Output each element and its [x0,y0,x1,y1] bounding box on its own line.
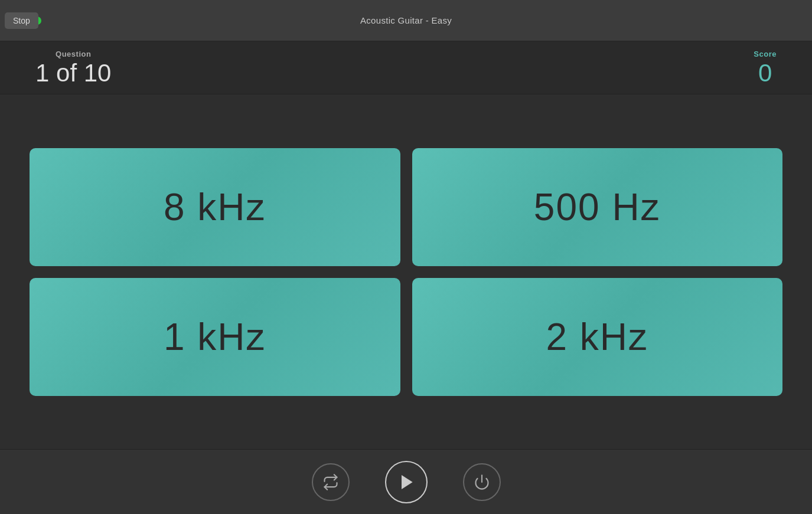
question-label: Question [56,50,91,58]
answer-text-4: 2 kHz [546,315,648,359]
play-icon [397,473,416,492]
bottom-bar [0,449,812,514]
score-group: Score 0 [754,50,777,86]
question-value: 1 of 10 [35,61,111,86]
answer-button-3[interactable]: 1 kHz [30,278,400,396]
score-value: 0 [758,61,772,86]
svg-marker-0 [402,475,413,489]
answer-button-2[interactable]: 500 Hz [412,148,783,266]
window-title: Acoustic Guitar - Easy [360,15,452,25]
answer-grid: 8 kHz 500 Hz 1 kHz 2 kHz [30,148,782,396]
repeat-button[interactable] [312,463,350,501]
power-icon [474,474,490,490]
stats-bar: Question 1 of 10 Score 0 [0,41,812,94]
answer-button-4[interactable]: 2 kHz [412,278,783,396]
score-label: Score [754,50,777,58]
repeat-icon [322,474,339,490]
title-bar: Stop Acoustic Guitar - Easy [0,0,812,41]
main-content: 8 kHz 500 Hz 1 kHz 2 kHz [0,94,812,449]
stop-button[interactable]: Stop [5,12,38,29]
play-button[interactable] [385,461,428,503]
answer-text-3: 1 kHz [164,315,266,359]
answer-text-1: 8 kHz [164,185,266,229]
question-group: Question 1 of 10 [35,50,111,86]
power-button[interactable] [463,463,501,501]
answer-button-1[interactable]: 8 kHz [30,148,400,266]
answer-text-2: 500 Hz [534,185,661,229]
